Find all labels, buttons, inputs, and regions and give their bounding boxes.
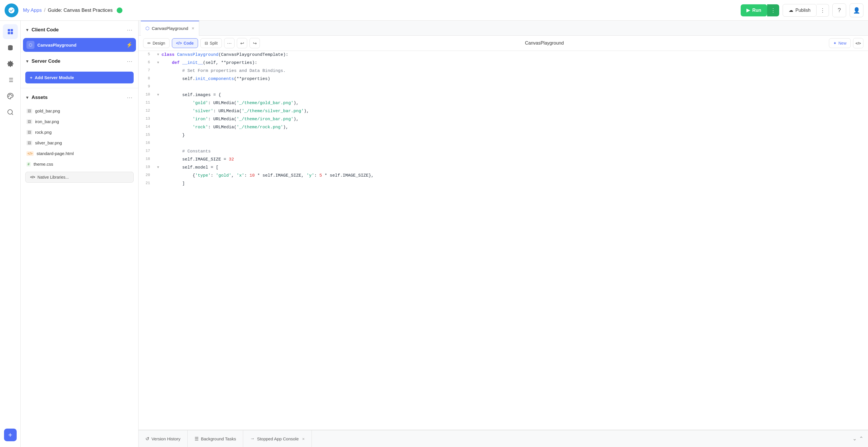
- server-code-chevron[interactable]: ▼: [25, 59, 29, 64]
- breadcrumb-home[interactable]: My Apps: [23, 7, 42, 13]
- native-libraries-label: Native Libraries...: [37, 175, 69, 179]
- client-code-chevron[interactable]: ▼: [25, 28, 29, 32]
- code-line: 5▼class CanvasPlayground(CanvasPlaygroun…: [138, 51, 868, 59]
- sidebar-item-settings[interactable]: [3, 56, 18, 71]
- code-line: 13 'iron': URLMedia('_/theme/iron_bar.pn…: [138, 115, 868, 123]
- user-button[interactable]: 👤: [849, 3, 863, 17]
- line-content: self.init_components(**properties): [161, 75, 868, 83]
- asset-item-theme-css[interactable]: # theme.css: [21, 159, 138, 170]
- code-label: Code: [184, 41, 194, 46]
- line-number: 5: [138, 51, 155, 58]
- run-icon: ▶: [746, 7, 750, 13]
- line-number: 21: [138, 180, 155, 186]
- tab-version-history[interactable]: ↺ Version History: [138, 430, 188, 447]
- assets-more[interactable]: ⋯: [126, 93, 134, 102]
- code-editor[interactable]: 5▼class CanvasPlayground(CanvasPlaygroun…: [138, 51, 868, 430]
- line-content: [161, 140, 868, 141]
- sidebar-item-database[interactable]: [3, 40, 18, 55]
- line-content: def __init__(self, **properties):: [161, 59, 868, 67]
- tab-stopped-app-console[interactable]: → Stopped App Console ×: [243, 430, 312, 447]
- fold-indicator[interactable]: ▼: [155, 51, 161, 58]
- asset-icon-css: #: [26, 162, 31, 167]
- new-plus-icon: ✦: [833, 41, 837, 46]
- file-item-canvas-playground[interactable]: ⬡ CanvasPlayground ⚡: [23, 38, 136, 52]
- console-close-icon[interactable]: ×: [302, 436, 305, 441]
- sidebar-item-grid[interactable]: [3, 24, 18, 39]
- code-line: 12 'silver': URLMedia('_/theme/silver_ba…: [138, 107, 868, 115]
- file-badge-lightning: ⚡: [126, 42, 132, 48]
- background-tasks-icon: ☰: [194, 436, 198, 442]
- code-line: 18 self.IMAGE_SIZE = 32: [138, 156, 868, 164]
- line-number: 20: [138, 172, 155, 178]
- run-more-button[interactable]: ⋮: [767, 4, 779, 17]
- tab-background-tasks[interactable]: ☰ Background Tasks: [188, 430, 243, 447]
- background-tasks-label: Background Tasks: [201, 436, 236, 441]
- fold-indicator: [155, 67, 161, 68]
- split-icon: ⊟: [205, 41, 208, 46]
- svg-rect-2: [8, 32, 10, 34]
- editor-area: ⬡ CanvasPlayground × ✏ Design </> Code ⊟…: [138, 21, 868, 447]
- fold-indicator[interactable]: ▼: [155, 164, 161, 170]
- code-line: 6▼ def __init__(self, **properties):: [138, 59, 868, 67]
- line-content: class CanvasPlayground(CanvasPlaygroundT…: [161, 51, 868, 59]
- design-label: Design: [153, 41, 165, 46]
- svg-point-15: [8, 110, 12, 114]
- tab-close-icon[interactable]: ×: [192, 26, 194, 31]
- code-line: 9: [138, 83, 868, 91]
- new-button[interactable]: ✦ New: [829, 38, 851, 48]
- asset-item-silver-bar[interactable]: 🖼 silver_bar.png: [21, 138, 138, 148]
- undo-button[interactable]: ↩: [237, 38, 247, 48]
- publish-more-button[interactable]: ⋮: [816, 4, 829, 17]
- run-button[interactable]: ▶ Run: [741, 4, 767, 17]
- svg-rect-1: [11, 29, 13, 31]
- sidebar-item-list[interactable]: [3, 72, 18, 87]
- line-number: 18: [138, 156, 155, 162]
- line-number: 10: [138, 91, 155, 98]
- line-content: self.images = {: [161, 91, 868, 99]
- line-number: 13: [138, 115, 155, 122]
- add-server-label: Add Server Module: [35, 75, 74, 80]
- server-code-more[interactable]: ⋯: [126, 57, 134, 66]
- collapse-up-icon: ⌃: [859, 436, 863, 442]
- asset-item-gold-bar[interactable]: 🖼 gold_bar.png: [21, 106, 138, 116]
- code-line: 8 self.init_components(**properties): [138, 75, 868, 83]
- code-tab-button[interactable]: </> Code: [172, 38, 198, 48]
- line-number: 16: [138, 140, 155, 146]
- code-toggle-button[interactable]: </>: [853, 38, 863, 48]
- sidebar-item-paint[interactable]: [3, 89, 18, 103]
- publish-button[interactable]: ☁ Publish: [783, 4, 816, 17]
- help-button[interactable]: ?: [832, 3, 846, 17]
- assets-chevron[interactable]: ▼: [25, 95, 29, 100]
- file-icon-component: ⬡: [26, 41, 34, 49]
- code-line: 20 {'type': 'gold', 'x': 10 * self.IMAGE…: [138, 172, 868, 180]
- fold-indicator: [155, 148, 161, 149]
- tab-canvas-playground[interactable]: ⬡ CanvasPlayground ×: [141, 21, 199, 36]
- asset-item-rock[interactable]: 🖼 rock.png: [21, 127, 138, 138]
- line-content: 'iron': URLMedia('_/theme/iron_bar.png')…: [161, 115, 868, 123]
- add-server-module-button[interactable]: + Add Server Module: [25, 71, 134, 83]
- app-logo[interactable]: [5, 3, 19, 17]
- asset-item-iron-bar[interactable]: 🖼 iron_bar.png: [21, 116, 138, 127]
- asset-item-standard-page[interactable]: </> standard-page.html: [21, 148, 138, 159]
- editor-toolbar: ✏ Design </> Code ⊟ Split ⋯ ↩ ↪ CanvasPl…: [138, 36, 868, 51]
- asset-name-iron-bar: iron_bar.png: [35, 119, 59, 124]
- sidebar-add-button[interactable]: +: [4, 428, 17, 441]
- sidebar-item-search[interactable]: [3, 105, 18, 120]
- code-line: 14 'rock': URLMedia('_/theme/rock.png'),: [138, 123, 868, 131]
- assets-section: ▼ Assets ⋯ 🖼 gold_bar.png 🖼 iron_bar.png…: [21, 88, 138, 447]
- server-code-header: ▼ Server Code ⋯: [21, 52, 138, 69]
- bottom-panel-collapse[interactable]: ⌄ ⌃: [848, 436, 868, 442]
- fold-indicator[interactable]: ▼: [155, 59, 161, 66]
- assets-title: Assets: [32, 95, 123, 100]
- native-libraries-button[interactable]: </> Native Libraries...: [25, 172, 134, 183]
- more-options-button[interactable]: ⋯: [224, 38, 235, 48]
- breadcrumb: My Apps / Guide: Canvas Best Practices: [23, 7, 736, 13]
- toolbar-filename: CanvasPlayground: [525, 40, 564, 46]
- line-content: # Constants: [161, 148, 868, 156]
- client-code-more[interactable]: ⋯: [126, 25, 134, 34]
- redo-button[interactable]: ↪: [249, 38, 260, 48]
- assets-header: ▼ Assets ⋯: [21, 88, 138, 106]
- split-tab-button[interactable]: ⊟ Split: [200, 38, 222, 48]
- design-tab-button[interactable]: ✏ Design: [143, 38, 169, 48]
- fold-indicator[interactable]: ▼: [155, 91, 161, 98]
